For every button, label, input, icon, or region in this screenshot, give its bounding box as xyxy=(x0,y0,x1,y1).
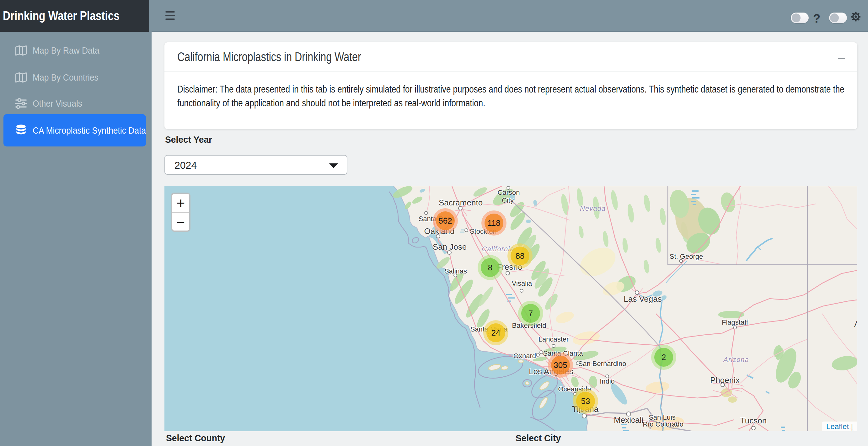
svg-text:Mexicali: Mexicali xyxy=(614,415,643,425)
svg-text:Indio: Indio xyxy=(600,377,615,385)
svg-text:Las Vegas: Las Vegas xyxy=(624,294,661,304)
svg-text:Flagstaff: Flagstaff xyxy=(722,318,748,326)
svg-text:Oxnard: Oxnard xyxy=(514,352,536,360)
svg-text:Lancaster: Lancaster xyxy=(538,335,569,343)
svg-text:Nevada: Nevada xyxy=(580,204,606,212)
svg-text:Arizona: Arizona xyxy=(723,356,749,363)
svg-text:Visalia: Visalia xyxy=(512,280,532,287)
svg-text:Alb: Alb xyxy=(854,319,857,329)
svg-text:St. George: St. George xyxy=(670,253,703,260)
svg-text:San Jose: San Jose xyxy=(433,242,467,252)
svg-text:Salinas: Salinas xyxy=(444,267,467,275)
svg-text:Sacramento: Sacramento xyxy=(439,198,483,207)
svg-text:Río Colorado: Río Colorado xyxy=(643,420,683,428)
svg-text:City: City xyxy=(502,196,514,204)
svg-text:San Bernardino: San Bernardino xyxy=(578,360,626,368)
svg-text:Carson: Carson xyxy=(498,189,520,196)
svg-text:Phoenix: Phoenix xyxy=(710,376,740,385)
svg-text:Tucson: Tucson xyxy=(740,416,767,425)
